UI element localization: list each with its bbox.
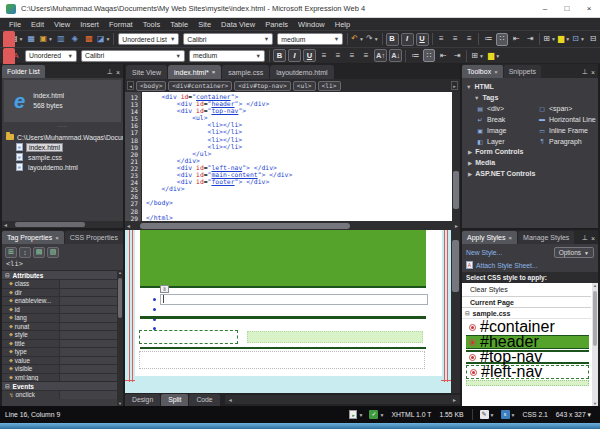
toolbox-html-node[interactable]: ▼ HTML [466,81,598,92]
file-row[interactable]: eindex.html [2,142,123,152]
property-value-cell[interactable] [60,331,123,339]
code-text[interactable]: <div id="container"> <div id="header"> <… [142,92,452,221]
numbered-list-button[interactable]: ≔ [482,33,494,46]
align-right-button-2[interactable]: ≡ [346,49,358,62]
design-vscrollbar[interactable] [451,230,460,393]
toolbox-item-inline-frame[interactable]: ▭Inline Frame [538,125,598,135]
style-item-top-nav[interactable]: #top-nav [466,350,589,364]
underline-button-2[interactable]: U [303,49,316,62]
scroll-right-icon[interactable]: ► [453,223,460,229]
attach-stylesheet-link[interactable]: Attach Style Sheet... [476,262,538,269]
numbered-list-button-2[interactable]: ≔ [409,49,421,62]
property-row[interactable]: ⬥style [2,330,123,339]
property-value-cell[interactable] [60,374,123,382]
property-row[interactable]: ⬥enableview... [2,296,123,305]
visual-aids-button[interactable]: ✎▼ [480,410,495,419]
alphabetical-sort-button[interactable]: ↕ [19,247,31,258]
menu-data-view[interactable]: Data View [216,20,260,29]
css-properties-tab[interactable]: CSS Properties [65,231,123,244]
style-application-status-button[interactable]: s▼ [501,410,516,419]
file-row[interactable]: esample.css [2,152,123,162]
property-row[interactable]: ⬥title [2,339,123,348]
font-family-select[interactable]: Calibri▼ [183,33,273,45]
redo-button[interactable]: ↷▼ [366,33,379,46]
property-value-cell[interactable] [60,314,123,322]
file-row[interactable]: elayoutdemo.html [2,162,123,172]
tag-properties-tab[interactable]: Tag Properties× [2,231,64,244]
align-left-button[interactable]: ≡ [435,33,447,46]
manage-styles-tab[interactable]: Manage Styles [518,231,574,244]
property-value-cell[interactable] [60,323,123,331]
superscript-button[interactable]: A↑ [374,49,387,62]
property-row[interactable]: ⬥id [2,305,123,314]
toolbox-item-image[interactable]: ▣Image [476,125,538,135]
top-nav-list-preview[interactable] [160,294,428,305]
scrollbar-thumb[interactable] [15,222,85,227]
toolbox-item-horizontal-line[interactable]: ▬Horizontal Line [538,114,598,124]
scroll-up-icon[interactable]: ▲ [592,283,598,288]
maximize-button[interactable]: □ [556,0,578,18]
toolbox-item-paragraph[interactable]: ¶Paragraph [538,136,598,146]
pin-icon[interactable]: ⊥ [107,68,113,76]
scroll-left-icon[interactable]: ◄ [125,223,132,229]
borders-button[interactable]: ⊡▼ [572,33,585,46]
subscript-button[interactable]: A↓ [389,49,402,62]
clear-styles-item[interactable]: Clear Styles [462,283,591,296]
document-tab-index-html-[interactable]: index.html*× [168,65,221,79]
property-value-cell[interactable] [60,340,123,348]
align-left-button-2[interactable]: ≡ [318,49,330,62]
bullet-list-button[interactable]: ∷ [496,33,508,46]
new-style-link[interactable]: New Style... [466,249,502,256]
open-page-button[interactable]: ▦ [25,33,37,46]
tag-chip[interactable]: <div#container> [168,81,232,91]
header-div-preview[interactable] [140,230,426,288]
property-value-cell[interactable] [60,306,123,314]
folder-list-hscrollbar[interactable]: ◄ [2,221,123,228]
li-tag-glyph[interactable]: li [160,285,169,293]
toolbox-item-layer[interactable]: ◧Layer [476,136,538,146]
scrollbar-thumb[interactable] [118,278,122,318]
design-hscrollbar[interactable]: ◄ ► [225,395,460,404]
increase-indent-button-2[interactable]: ⇥ [451,49,463,62]
close-panel-icon[interactable]: × [591,69,595,76]
property-value-cell[interactable] [60,280,123,288]
undo-button[interactable]: ↶▼ [351,33,364,46]
menu-table[interactable]: Table [165,20,193,29]
toolbox-group-form-controls[interactable]: ▶Form Controls [468,146,598,157]
align-right-button[interactable]: ≡ [463,33,475,46]
property-value-cell[interactable] [60,365,123,373]
code-vscrollbar[interactable] [452,92,460,221]
snippets-tab[interactable]: Snippets [504,65,541,78]
scrollbar-thumb[interactable] [593,291,597,346]
toolbox-group-asp-net-controls[interactable]: ▶ASP.NET Controls [468,168,598,179]
font-size-select[interactable]: medium▼ [277,33,343,45]
menu-file[interactable]: File [4,20,26,29]
send-to-style-button[interactable]: ▨ [47,247,59,258]
design-view[interactable]: li [125,230,460,393]
property-row[interactable]: ⬥value [2,356,123,365]
snapshot-button[interactable]: ◪▼ [97,33,111,46]
collapse-icon[interactable]: ⊟ [5,272,10,278]
close-panel-icon[interactable]: × [116,69,120,76]
close-panel-icon[interactable]: × [591,235,595,242]
tag-chip[interactable]: <div#top-nav> [234,81,290,91]
code-hscrollbar[interactable]: ◄ ► [125,221,460,230]
code-view[interactable]: 121314151617181920212223242526272829 <di… [125,92,460,221]
close-tab-icon[interactable]: × [509,235,513,241]
toolbox-item--span-[interactable]: ▢<span> [538,103,598,113]
scroll-up-icon[interactable]: ▲ [117,270,123,275]
open-folder-button[interactable]: ▣▼ [39,33,53,46]
align-center-button-2[interactable]: ≡ [332,49,344,62]
menu-panels[interactable]: Panels [260,20,293,29]
menu-edit[interactable]: Edit [26,20,49,29]
left-nav-div-preview[interactable] [139,330,238,344]
scrollbar-thumb[interactable] [453,171,459,209]
tag-chip[interactable]: <li> [318,81,341,91]
pin-icon[interactable]: ⊥ [582,68,588,76]
main-content-div-preview[interactable] [247,331,423,343]
apply-styles-tab[interactable]: Apply Styles× [462,231,517,244]
chevron-left-icon[interactable]: ◂ [127,81,134,90]
property-row[interactable]: ⬥class [2,279,123,288]
scroll-right-icon[interactable]: ► [451,397,458,403]
style-item-container[interactable]: #container [466,320,589,334]
